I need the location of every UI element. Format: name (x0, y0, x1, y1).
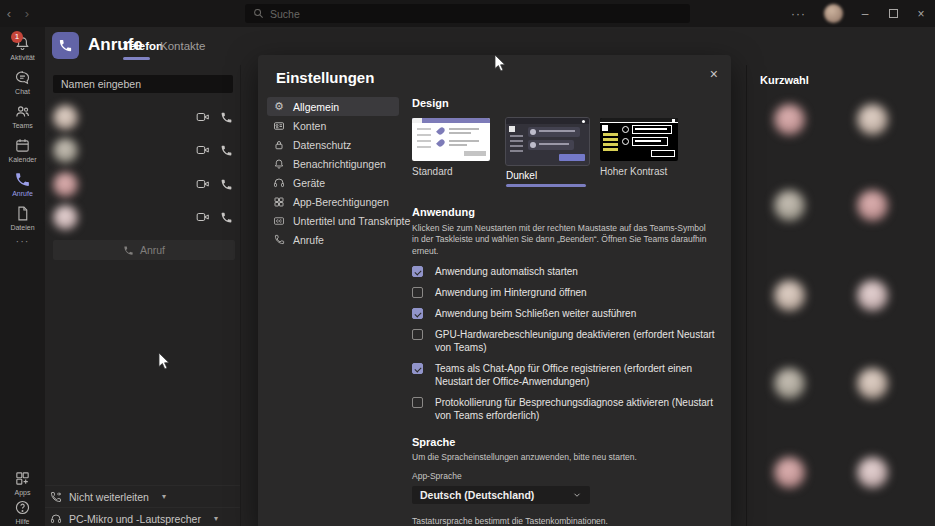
checkbox[interactable] (412, 363, 423, 374)
checkbox-row-autostart[interactable]: Anwendung automatisch starten (412, 265, 722, 278)
panel-divider (240, 65, 241, 526)
call-button[interactable]: Anruf (53, 240, 235, 260)
chevron-down-icon (572, 490, 582, 500)
speed-dial-avatar[interactable] (857, 368, 888, 399)
speed-dial-avatar[interactable] (774, 104, 805, 135)
maximize-icon (889, 9, 898, 18)
theme-option-standard[interactable]: Standard (412, 118, 492, 177)
checkbox[interactable] (412, 397, 423, 408)
settings-nav: ⚙ Allgemein Konten Datenschutz Benachric… (267, 97, 399, 249)
apps-grid-icon (273, 196, 285, 208)
minimize-button[interactable]: – (851, 0, 879, 27)
design-heading: Design (412, 97, 722, 109)
speed-dial-avatar[interactable] (857, 280, 888, 311)
audio-call-icon[interactable] (220, 144, 233, 157)
rail-item-activity[interactable]: 1 Aktivität (0, 35, 45, 61)
lock-icon (273, 139, 285, 151)
rail-item-chat[interactable]: Chat (0, 69, 45, 95)
call-button-label: Anruf (140, 244, 165, 256)
settings-dialog: Einstellungen × ⚙ Allgemein Konten Daten… (258, 55, 731, 526)
audio-call-icon[interactable] (220, 178, 233, 191)
close-button[interactable]: × (907, 0, 935, 27)
phone-icon (123, 245, 134, 256)
device-label: PC-Mikro und -Lautsprecher (69, 513, 201, 525)
contact-search-input[interactable] (53, 75, 233, 93)
rail-item-apps[interactable]: Apps (0, 470, 45, 496)
theme-option-high-contrast[interactable]: Hoher Kontrast (600, 118, 680, 177)
rail-item-files[interactable]: Dateien (0, 205, 45, 231)
checkbox-row-logging[interactable]: Protokollierung für Besprechungsdiagnose… (412, 396, 722, 422)
file-icon (14, 205, 31, 222)
speed-dial-heading: Kurzwahl (760, 74, 809, 86)
people-icon (14, 103, 31, 120)
speed-dial-avatar[interactable] (857, 457, 888, 488)
rail-item-teams[interactable]: Teams (0, 103, 45, 129)
maximize-button[interactable] (879, 0, 907, 27)
audio-device-control[interactable]: PC-Mikro und -Lautsprecher ▾ (45, 507, 240, 526)
calls-app-icon (52, 32, 79, 59)
app-rail: 1 Aktivität Chat Teams Kalender Anrufe D… (0, 27, 45, 526)
dialog-title: Einstellungen (276, 69, 374, 86)
language-note: Um die Spracheinstellungen anzuwenden, b… (412, 452, 722, 462)
checkbox[interactable] (412, 329, 423, 340)
rail-item-calendar[interactable]: Kalender (0, 137, 45, 163)
user-avatar[interactable] (824, 4, 843, 23)
audio-call-icon[interactable] (220, 211, 233, 224)
settings-nav-captions[interactable]: Untertitel und Transkripte (267, 211, 399, 230)
video-call-icon[interactable] (196, 111, 210, 123)
speed-dial-avatar[interactable] (774, 190, 805, 221)
checkbox-row-open-background[interactable]: Anwendung im Hintergrund öffnen (412, 286, 722, 299)
speed-dial-avatar[interactable] (857, 104, 888, 135)
checkbox[interactable] (412, 266, 423, 277)
phone-icon (273, 234, 285, 245)
search-input[interactable]: Suche (245, 4, 690, 23)
video-call-icon[interactable] (196, 211, 210, 223)
speed-dial-avatar[interactable] (774, 368, 805, 399)
rail-more-button[interactable]: ··· (0, 235, 45, 247)
theme-option-dark[interactable]: Dunkel (506, 118, 586, 187)
theme-preview-dark (506, 118, 589, 165)
settings-nav-app-permissions[interactable]: App-Berechtigungen (267, 192, 399, 211)
speed-dial-avatar[interactable] (774, 457, 805, 488)
contact-row[interactable] (53, 103, 233, 131)
tab-kontakte[interactable]: Kontakte (160, 40, 205, 52)
video-call-icon[interactable] (196, 178, 210, 190)
checkbox-row-gpu[interactable]: GPU-Hardwarebeschleunigung deaktivieren … (412, 328, 722, 354)
back-button[interactable]: ‹ (0, 6, 18, 21)
selected-theme-indicator (506, 184, 586, 187)
tab-telefon[interactable]: Telefon (123, 40, 163, 52)
app-language-label: App-Sprache (412, 471, 722, 481)
contact-row[interactable] (53, 170, 233, 198)
phone-icon (14, 171, 31, 188)
checkbox-row-keep-running[interactable]: Anwendung beim Schließen weiter ausführe… (412, 307, 722, 320)
apps-grid-icon (14, 470, 31, 487)
contact-avatar (53, 138, 78, 163)
forward-button[interactable]: › (18, 6, 36, 21)
theme-picker: Standard Dunkel (412, 118, 722, 187)
mouse-cursor (158, 353, 172, 371)
language-heading: Sprache (412, 436, 722, 448)
rail-item-calls[interactable]: Anrufe (0, 171, 45, 197)
more-options-button[interactable]: ··· (781, 7, 816, 21)
contact-row[interactable] (53, 136, 233, 164)
settings-nav-privacy[interactable]: Datenschutz (267, 135, 399, 154)
video-call-icon[interactable] (196, 144, 210, 156)
speed-dial-avatar[interactable] (774, 280, 805, 311)
settings-nav-general[interactable]: ⚙ Allgemein (267, 97, 399, 116)
checkbox-row-chat-app[interactable]: Teams als Chat-App für Office registrier… (412, 362, 722, 388)
settings-nav-calls[interactable]: Anrufe (267, 230, 399, 249)
contact-row[interactable] (53, 203, 233, 231)
phone-icon (58, 38, 73, 53)
settings-nav-accounts[interactable]: Konten (267, 116, 399, 135)
app-language-select[interactable]: Deutsch (Deutschland) (412, 486, 590, 504)
dialog-close-button[interactable]: × (710, 67, 718, 81)
call-forwarding-control[interactable]: Nicht weiterleiten ▾ (45, 485, 240, 507)
settings-nav-notifications[interactable]: Benachrichtigungen (267, 154, 399, 173)
chevron-down-icon: ▾ (214, 514, 218, 523)
audio-call-icon[interactable] (220, 111, 233, 124)
speed-dial-avatar[interactable] (857, 190, 888, 221)
rail-item-help[interactable]: Hilfe (0, 499, 45, 525)
checkbox[interactable] (412, 308, 423, 319)
checkbox[interactable] (412, 287, 423, 298)
settings-nav-devices[interactable]: Geräte (267, 173, 399, 192)
